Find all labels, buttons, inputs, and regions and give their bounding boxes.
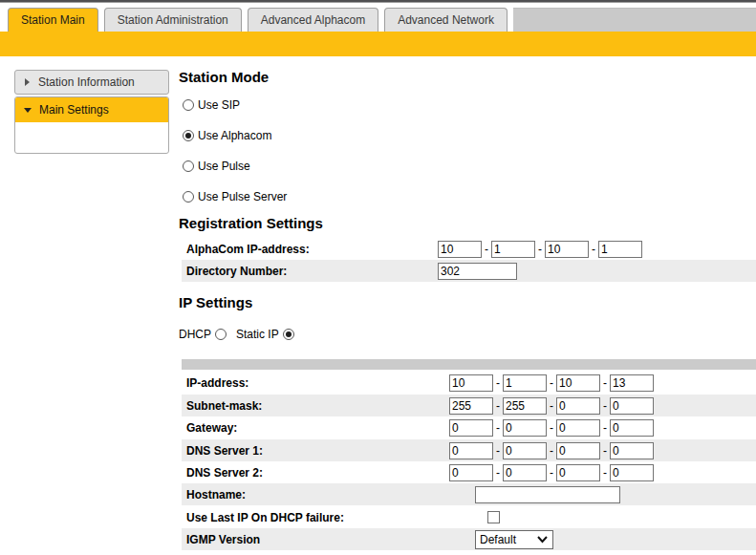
alphacom-ip-label: AlphaCom IP-address: <box>182 243 438 256</box>
octet-separator: - <box>538 243 542 256</box>
alphacom-ip-octet-1[interactable] <box>438 241 482 258</box>
sidebar-panel-main-settings: Main Settings <box>14 96 169 154</box>
octet-separator: - <box>496 444 500 458</box>
radio-checked-icon[interactable] <box>183 130 194 141</box>
ip-settings-heading: IP Settings <box>179 294 252 311</box>
ip-address-octet-1[interactable] <box>449 374 493 392</box>
dns-server-1-label: DNS Server 1: <box>182 444 449 458</box>
radio-icon[interactable] <box>183 191 194 203</box>
radio-icon[interactable] <box>183 160 194 172</box>
gateway-label: Gateway: <box>182 421 449 435</box>
chevron-down-icon <box>537 535 548 544</box>
dns2-octet-2[interactable] <box>503 464 547 481</box>
sidebar-item-main-settings[interactable]: Main Settings <box>15 97 168 122</box>
ip-table-header-bar <box>182 359 756 370</box>
gateway-octet-2[interactable] <box>503 419 547 437</box>
octet-separator: - <box>496 376 500 390</box>
dns1-octet-2[interactable] <box>503 442 547 459</box>
radio-label: Use Pulse <box>198 160 250 173</box>
octet-separator: - <box>496 399 500 413</box>
sidebar-item-station-information[interactable]: Station Information <box>14 70 169 95</box>
tab-station-main[interactable]: Station Main <box>8 8 98 32</box>
dhcp-label: DHCP <box>179 328 211 341</box>
octet-separator: - <box>603 466 607 480</box>
station-config-page: Station Main Station Administration Adva… <box>0 0 756 555</box>
chevron-down-icon <box>24 108 32 113</box>
octet-separator: - <box>550 421 553 435</box>
dhcp-failure-checkbox[interactable] <box>487 511 500 523</box>
sidebar-item-label: Main Settings <box>39 103 109 117</box>
tab-advanced-network[interactable]: Advanced Network <box>384 8 508 32</box>
gateway-octet-1[interactable] <box>449 419 493 437</box>
dhcp-radio[interactable] <box>215 329 227 340</box>
dhcp-failure-label: Use Last IP On DHCP failure: <box>182 511 449 524</box>
radio-icon[interactable] <box>183 99 194 111</box>
alphacom-ip-octet-2[interactable] <box>491 241 535 258</box>
ip-address-label: IP-address: <box>182 376 449 390</box>
octet-separator: - <box>550 399 553 413</box>
subnet-mask-label: Subnet-mask: <box>182 399 449 413</box>
directory-number-label: Directory Number: <box>182 265 438 278</box>
tab-bar: Station Main Station Administration Adva… <box>0 3 756 32</box>
gateway-octets: - - - <box>449 419 654 437</box>
registration-settings-heading: Registration Settings <box>179 215 323 232</box>
igmp-version-row: IGMP Version Default <box>182 528 756 550</box>
hostname-input[interactable] <box>475 486 620 503</box>
chevron-right-icon <box>25 78 30 86</box>
station-mode-heading: Station Mode <box>179 69 269 86</box>
dns1-octet-3[interactable] <box>556 442 600 459</box>
octet-separator: - <box>603 421 607 435</box>
dns-server-1-row: DNS Server 1: - - - <box>182 439 756 461</box>
gateway-octet-4[interactable] <box>610 419 654 437</box>
yellow-banner <box>0 32 756 56</box>
alphacom-ip-octet-3[interactable] <box>545 241 589 258</box>
ip-address-octet-3[interactable] <box>556 374 600 392</box>
tab-bar-filler <box>513 8 756 32</box>
octet-separator: - <box>550 466 553 480</box>
igmp-version-select[interactable]: Default <box>475 530 553 549</box>
radio-option-use-sip[interactable]: Use SIP <box>183 98 240 112</box>
tab-station-administration[interactable]: Station Administration <box>104 8 242 32</box>
dns-server-1-octets: - - - <box>449 442 654 459</box>
octet-separator: - <box>496 466 500 480</box>
octet-separator: - <box>496 421 500 435</box>
octet-separator: - <box>603 444 607 458</box>
subnet-mask-octets: - - - <box>449 397 654 415</box>
hostname-label: Hostname: <box>182 488 449 502</box>
dns1-octet-1[interactable] <box>449 442 493 459</box>
subnet-mask-octet-2[interactable] <box>503 397 547 415</box>
dns2-octet-4[interactable] <box>610 464 654 481</box>
directory-number-row: Directory Number: <box>182 260 756 282</box>
ip-address-octet-4[interactable] <box>610 374 654 392</box>
static-ip-radio[interactable] <box>283 329 294 340</box>
igmp-version-value: Default <box>480 533 516 546</box>
octet-separator: - <box>592 243 595 256</box>
radio-label: Use Alphacom <box>198 129 271 142</box>
directory-number-input[interactable] <box>438 263 517 280</box>
sidebar-item-label: Station Information <box>38 75 135 89</box>
gateway-octet-3[interactable] <box>556 419 600 437</box>
ip-address-octet-2[interactable] <box>503 374 547 392</box>
dhcp-failure-row: Use Last IP On DHCP failure: <box>182 506 756 528</box>
octet-separator: - <box>550 376 553 390</box>
dns1-octet-4[interactable] <box>610 442 654 459</box>
dns2-octet-3[interactable] <box>556 464 600 481</box>
subnet-mask-octet-3[interactable] <box>556 397 600 415</box>
ip-address-row: IP-address: - - - <box>182 372 756 394</box>
radio-option-use-alphacom[interactable]: Use Alphacom <box>183 129 271 142</box>
igmp-version-label: IGMP Version <box>182 533 449 546</box>
subnet-mask-row: Subnet-mask: - - - <box>182 395 756 416</box>
subnet-mask-octet-4[interactable] <box>610 397 654 415</box>
octet-separator: - <box>603 376 607 390</box>
radio-label: Use SIP <box>198 98 240 112</box>
octet-separator: - <box>550 444 553 458</box>
radio-option-use-pulse[interactable]: Use Pulse <box>183 160 250 173</box>
dns2-octet-1[interactable] <box>449 464 493 481</box>
tab-advanced-alphacom[interactable]: Advanced Alphacom <box>248 8 378 32</box>
radio-option-use-pulse-server[interactable]: Use Pulse Server <box>183 190 287 203</box>
subnet-mask-octet-1[interactable] <box>449 397 493 415</box>
radio-label: Use Pulse Server <box>198 190 287 203</box>
alphacom-ip-octets: - - - <box>438 241 642 258</box>
alphacom-ip-octet-4[interactable] <box>598 241 642 258</box>
hostname-row: Hostname: <box>182 483 756 505</box>
